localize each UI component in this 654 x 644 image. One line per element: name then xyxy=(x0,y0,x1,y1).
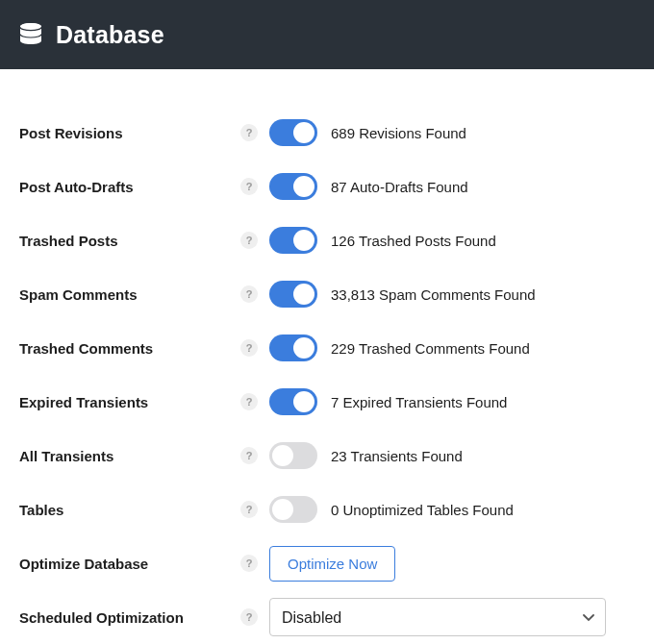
help-icon[interactable]: ? xyxy=(240,393,258,410)
value-trashed-comments: 229 Trashed Comments Found xyxy=(331,340,530,357)
value-post-auto-drafts: 87 Auto-Drafts Found xyxy=(331,179,468,195)
database-icon xyxy=(19,22,42,47)
help-icon[interactable]: ? xyxy=(240,339,258,357)
row-tables: Tables ? 0 Unoptimized Tables Found xyxy=(19,483,635,536)
row-trashed-comments: Trashed Comments ? 229 Trashed Comments … xyxy=(19,321,635,375)
toggle-expired-transients[interactable] xyxy=(269,388,317,415)
label-optimize-database: Optimize Database xyxy=(19,556,240,572)
row-post-auto-drafts: Post Auto-Drafts ? 87 Auto-Drafts Found xyxy=(19,160,635,213)
label-tables: Tables xyxy=(19,502,240,518)
help-icon[interactable]: ? xyxy=(240,124,258,141)
label-post-auto-drafts: Post Auto-Drafts xyxy=(19,179,240,195)
toggle-trashed-comments[interactable] xyxy=(269,334,317,361)
toggle-tables[interactable] xyxy=(269,496,317,523)
label-trashed-posts: Trashed Posts xyxy=(19,233,240,249)
value-tables: 0 Unoptimized Tables Found xyxy=(331,502,514,518)
row-expired-transients: Expired Transients ? 7 Expired Transient… xyxy=(19,375,635,429)
label-post-revisions: Post Revisions xyxy=(19,125,240,141)
row-optimize-database: Optimize Database ? Optimize Now xyxy=(19,536,635,590)
help-icon[interactable]: ? xyxy=(240,178,258,195)
row-post-revisions: Post Revisions ? 689 Revisions Found xyxy=(19,106,635,160)
row-spam-comments: Spam Comments ? 33,813 Spam Comments Fou… xyxy=(19,267,635,321)
label-all-transients: All Transients xyxy=(19,448,240,464)
value-spam-comments: 33,813 Spam Comments Found xyxy=(331,286,536,303)
help-icon[interactable]: ? xyxy=(240,232,258,249)
page-title: Database xyxy=(56,21,164,49)
toggle-trashed-posts[interactable] xyxy=(269,227,317,254)
optimize-now-button[interactable]: Optimize Now xyxy=(269,546,395,582)
value-all-transients: 23 Transients Found xyxy=(331,448,463,464)
scheduled-optimization-select[interactable]: Disabled xyxy=(269,598,606,636)
toggle-post-revisions[interactable] xyxy=(269,119,317,146)
toggle-post-auto-drafts[interactable] xyxy=(269,173,317,200)
help-icon[interactable]: ? xyxy=(240,501,258,518)
header: Database xyxy=(0,0,654,69)
content-area: Post Revisions ? 689 Revisions Found Pos… xyxy=(0,69,654,644)
help-icon[interactable]: ? xyxy=(240,608,258,626)
value-expired-transients: 7 Expired Transients Found xyxy=(331,394,507,410)
svg-point-1 xyxy=(20,23,41,30)
row-trashed-posts: Trashed Posts ? 126 Trashed Posts Found xyxy=(19,213,635,267)
row-all-transients: All Transients ? 23 Transients Found xyxy=(19,429,635,483)
label-spam-comments: Spam Comments xyxy=(19,286,240,303)
value-post-revisions: 689 Revisions Found xyxy=(331,125,466,141)
label-expired-transients: Expired Transients xyxy=(19,394,240,410)
label-trashed-comments: Trashed Comments xyxy=(19,340,240,357)
label-scheduled-optimization: Scheduled Optimization xyxy=(19,609,240,626)
help-icon[interactable]: ? xyxy=(240,447,258,464)
toggle-spam-comments[interactable] xyxy=(269,281,317,308)
toggle-all-transients[interactable] xyxy=(269,442,317,469)
help-icon[interactable]: ? xyxy=(240,285,258,303)
value-trashed-posts: 126 Trashed Posts Found xyxy=(331,233,496,249)
row-scheduled-optimization: Scheduled Optimization ? Disabled xyxy=(19,590,635,644)
help-icon[interactable]: ? xyxy=(240,555,258,572)
